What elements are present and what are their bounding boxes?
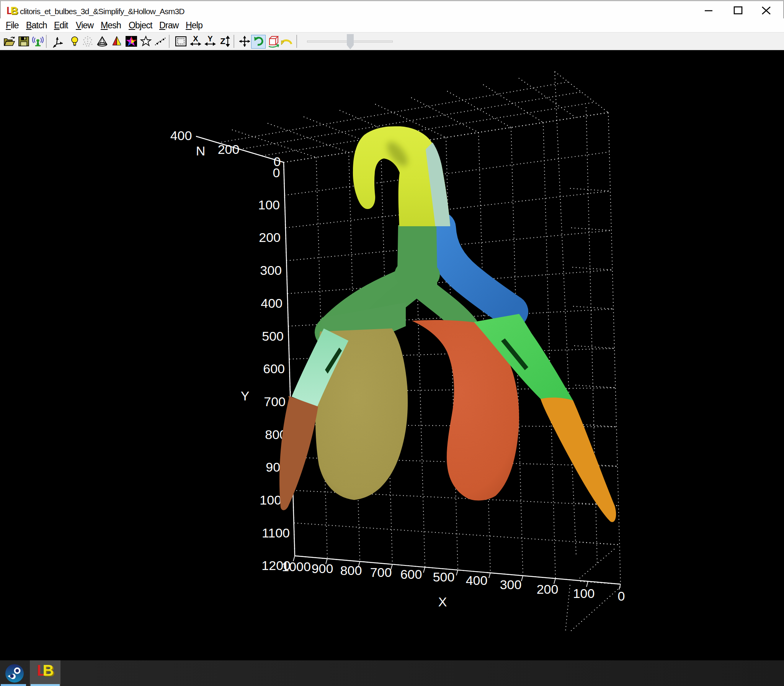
svg-text:Z: Z	[220, 36, 225, 46]
svg-text:1000: 1000	[282, 559, 311, 574]
svg-text:300: 300	[260, 263, 282, 278]
svg-text:200: 200	[259, 230, 281, 245]
svg-text:600: 600	[400, 567, 422, 581]
svg-text:500: 500	[433, 570, 455, 584]
svg-text:0: 0	[273, 165, 280, 180]
svg-text:700: 700	[370, 565, 392, 580]
svg-text:X: X	[438, 595, 447, 609]
svg-text:200: 200	[218, 142, 240, 157]
svg-text:500: 500	[262, 329, 284, 343]
svg-text:200: 200	[537, 582, 559, 596]
svg-text:700: 700	[264, 394, 286, 409]
svg-text:X: X	[193, 35, 198, 43]
svg-text:1100: 1100	[262, 526, 290, 540]
svg-text:400: 400	[466, 573, 488, 588]
svg-text:Y: Y	[241, 389, 250, 403]
svg-text:900: 900	[312, 561, 333, 576]
svg-text:600: 600	[263, 361, 285, 376]
svg-text:100: 100	[258, 198, 280, 212]
svg-text:800: 800	[340, 563, 362, 578]
svg-text:Y: Y	[207, 35, 213, 43]
svg-text:N: N	[196, 144, 206, 158]
svg-text:100: 100	[573, 586, 595, 601]
svg-text:300: 300	[500, 577, 522, 592]
svg-text:400: 400	[261, 296, 283, 310]
svg-text:0: 0	[618, 589, 625, 603]
svg-text:400: 400	[170, 128, 192, 143]
